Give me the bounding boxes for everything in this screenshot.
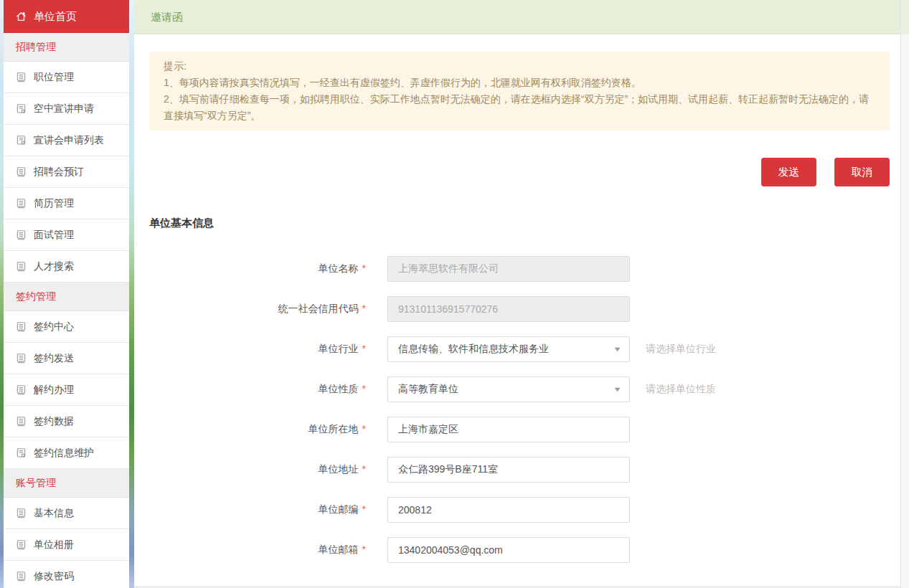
nature-hint: 请选择单位性质: [646, 383, 716, 396]
sidebar-item-label: 单位相册: [34, 539, 74, 551]
sidebar-item-signing-send[interactable]: 签约发送: [4, 343, 129, 374]
section-title-text: 招聘管理: [16, 41, 56, 54]
document-icon: [16, 508, 27, 518]
document-icon: [16, 261, 27, 272]
sidebar-item-change-password[interactable]: 修改密码: [4, 561, 129, 588]
document-icon: [16, 384, 27, 395]
chevron-down-icon: ▼: [613, 386, 621, 393]
scrollbar-track[interactable]: [900, 0, 909, 588]
location-input[interactable]: [387, 417, 630, 442]
field-label: 单位邮编*: [134, 503, 366, 516]
document-icon: [16, 539, 27, 550]
sidebar-item-termination-handling[interactable]: 解约办理: [4, 374, 129, 406]
sidebar-section-signing: 签约管理: [4, 283, 129, 311]
field-label-text: 单位性质: [319, 383, 359, 394]
required-asterisk: *: [362, 303, 366, 314]
sidebar-item-company-album[interactable]: 单位相册: [4, 529, 129, 561]
field-label: 统一社会信用代码*: [134, 303, 366, 316]
form-section-title: 单位基本信息: [149, 217, 900, 230]
field-label-text: 单位行业: [319, 343, 359, 354]
document-icon: [16, 135, 27, 146]
sidebar-item-air-presentation-apply[interactable]: 空中宣讲申请: [4, 93, 129, 125]
document-icon: [16, 166, 27, 177]
document-icon: [16, 321, 27, 332]
sidebar-item-label: 签约中心: [34, 321, 74, 333]
document-icon: [16, 103, 27, 114]
notice-box: 提示: 1、每项内容请按真实情况填写，一经查出有虚假签约、弄虚作假行为的，北疆就…: [149, 52, 890, 131]
sidebar-item-label: 签约信息维护: [34, 447, 94, 460]
sidebar-item-job-management[interactable]: 职位管理: [4, 62, 129, 93]
sidebar-item-signing-info-maintenance[interactable]: 签约信息维护: [4, 437, 129, 469]
notice-title: 提示:: [164, 58, 872, 75]
sidebar-home-button[interactable]: 单位首页: [4, 0, 129, 33]
chevron-down-icon: ▼: [613, 346, 621, 353]
document-icon: [16, 198, 27, 209]
sidebar-item-resume-management[interactable]: 简历管理: [4, 188, 129, 219]
document-icon: [16, 571, 27, 582]
form-row-industry: 单位行业* 信息传输、软件和信息技术服务业 ▼ 请选择单位行业: [134, 336, 900, 362]
field-label: 单位邮箱*: [134, 544, 366, 556]
sidebar-item-signing-data[interactable]: 签约数据: [4, 406, 129, 437]
sidebar: 单位首页 招聘管理 职位管理 空中宣讲申请 宣讲会申请列表 招聘会预订 简历管理…: [4, 0, 129, 588]
document-icon: [16, 72, 27, 82]
field-label-text: 单位邮箱: [319, 544, 359, 555]
notice-line-2: 2、填写前请仔细检查每一项，如拟聘用职位、实际工作地点暂时无法确定的，请在选框内…: [164, 91, 872, 124]
field-label: 单位行业*: [134, 343, 366, 356]
required-asterisk: *: [362, 463, 366, 475]
field-label: 单位名称*: [134, 262, 366, 275]
notice-line-1: 1、每项内容请按真实情况填写，一经查出有虚假签约、弄虚作假行为的，北疆就业网有权…: [164, 75, 872, 91]
sidebar-item-talent-search[interactable]: 人才搜索: [4, 251, 129, 283]
sidebar-item-label: 宣讲会申请列表: [34, 134, 104, 147]
nature-select[interactable]: 高等教育单位 ▼: [387, 376, 630, 402]
sidebar-item-label: 修改密码: [34, 570, 74, 583]
email-input[interactable]: [387, 537, 630, 563]
sidebar-item-label: 招聘会预订: [34, 166, 84, 179]
sidebar-item-label: 职位管理: [34, 71, 74, 84]
sidebar-item-label: 面试管理: [34, 229, 74, 242]
field-label-text: 单位名称: [319, 262, 359, 274]
form-row-email: 单位邮箱*: [134, 537, 900, 563]
sidebar-item-label: 解约办理: [34, 384, 74, 397]
document-icon: [16, 229, 27, 240]
action-bar: 发送 取消: [134, 158, 890, 186]
sidebar-item-label: 签约发送: [34, 352, 74, 365]
sidebar-item-presentation-apply-list[interactable]: 宣讲会申请列表: [4, 125, 129, 156]
sidebar-item-label: 基本信息: [34, 507, 74, 520]
form-row-postcode: 单位邮编*: [134, 497, 900, 523]
company-info-form: 单位名称* 统一社会信用代码* 单位行业* 信息传输、软件和信息技术服务业 ▼ …: [134, 256, 900, 563]
sidebar-item-job-fair-booking[interactable]: 招聘会预订: [4, 156, 129, 188]
cancel-button[interactable]: 取消: [834, 158, 890, 186]
form-row-credit-code: 统一社会信用代码*: [134, 296, 900, 322]
required-asterisk: *: [362, 343, 366, 354]
sidebar-item-signing-center[interactable]: 签约中心: [4, 311, 129, 343]
field-label-text: 统一社会信用代码: [278, 303, 359, 314]
document-icon: [16, 353, 27, 364]
document-icon: [16, 416, 27, 427]
required-asterisk: *: [362, 423, 366, 435]
sidebar-item-interview-management[interactable]: 面试管理: [4, 219, 129, 251]
required-asterisk: *: [362, 544, 366, 555]
company-name-input: [387, 256, 630, 282]
required-asterisk: *: [362, 262, 366, 274]
credit-code-input: [387, 296, 630, 322]
section-title-text: 账号管理: [16, 477, 56, 490]
address-input[interactable]: [387, 457, 630, 483]
sidebar-item-label: 简历管理: [34, 197, 74, 210]
sidebar-section-recruitment: 招聘管理: [4, 33, 129, 62]
field-label: 单位地址*: [134, 463, 366, 476]
form-row-nature: 单位性质* 高等教育单位 ▼ 请选择单位性质: [134, 376, 900, 402]
industry-hint: 请选择单位行业: [646, 343, 716, 356]
required-asterisk: *: [362, 383, 366, 394]
sidebar-item-basic-info[interactable]: 基本信息: [4, 498, 129, 529]
section-title-text: 签约管理: [16, 290, 56, 303]
field-label: 单位所在地*: [134, 423, 366, 436]
required-asterisk: *: [362, 503, 366, 515]
sidebar-section-account: 账号管理: [4, 469, 129, 498]
field-label-text: 单位地址: [319, 463, 359, 475]
nature-select-value: 高等教育单位: [398, 383, 458, 396]
form-row-address: 单位地址*: [134, 457, 900, 483]
form-row-company-name: 单位名称*: [134, 256, 900, 282]
postcode-input[interactable]: [387, 497, 630, 523]
industry-select[interactable]: 信息传输、软件和信息技术服务业 ▼: [387, 336, 630, 362]
send-button[interactable]: 发送: [761, 158, 816, 186]
